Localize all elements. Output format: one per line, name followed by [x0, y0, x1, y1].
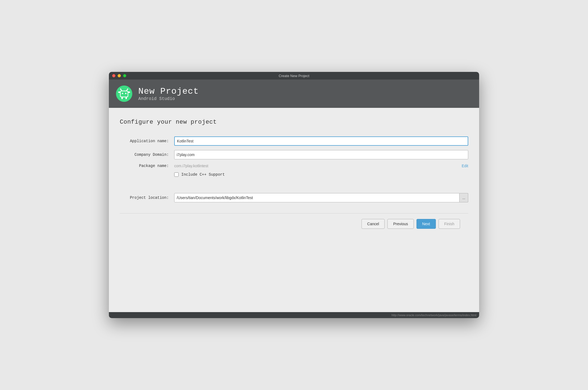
location-input-wrapper: ...	[174, 193, 468, 202]
previous-button[interactable]: Previous	[387, 219, 414, 229]
app-name-row: Application name:	[120, 136, 468, 146]
company-domain-input[interactable]	[174, 150, 468, 159]
svg-point-7	[127, 89, 128, 90]
location-section: Project location: ...	[120, 193, 468, 202]
header-subtitle: Android Studio	[138, 96, 199, 101]
svg-rect-11	[128, 92, 130, 93]
status-bar: http://www.oracle.com/technetwork/java/j…	[109, 312, 479, 318]
header-title: New Project	[138, 86, 199, 96]
window-title: Create New Project	[279, 74, 310, 78]
project-location-input[interactable]	[174, 193, 460, 202]
company-domain-row: Company Domain:	[120, 150, 468, 159]
app-name-label: Application name:	[120, 139, 174, 143]
title-bar: Create New Project	[109, 72, 479, 80]
main-window: Create New Project	[109, 72, 479, 318]
cancel-button[interactable]: Cancel	[362, 219, 385, 229]
content-area: Configure your new project Application n…	[109, 108, 479, 312]
svg-point-0	[116, 86, 132, 102]
minimize-button[interactable]	[118, 74, 121, 77]
form-section: Application name: Company Domain: Packag…	[120, 136, 468, 177]
project-location-row: Project location: ...	[120, 193, 468, 202]
svg-rect-9	[125, 97, 127, 99]
svg-point-5	[120, 89, 121, 90]
project-location-label: Project location:	[120, 196, 174, 200]
cpp-support-checkbox[interactable]	[174, 172, 179, 177]
cpp-support-label[interactable]: Include C++ Support	[181, 172, 225, 177]
package-name-value: com.i7play.kotlintest	[174, 164, 462, 168]
maximize-button[interactable]	[123, 74, 126, 77]
company-domain-label: Company Domain:	[120, 153, 174, 157]
close-button[interactable]	[112, 74, 115, 77]
cpp-support-row: Include C++ Support	[174, 172, 468, 177]
next-button[interactable]: Next	[416, 219, 436, 229]
header-text: New Project Android Studio	[138, 86, 199, 101]
browse-button[interactable]: ...	[460, 193, 468, 202]
section-title: Configure your new project	[120, 119, 468, 126]
traffic-lights	[112, 74, 126, 77]
header: New Project Android Studio	[109, 80, 479, 108]
android-studio-logo-icon	[115, 85, 133, 102]
status-text: http://www.oracle.com/technetwork/java/j…	[391, 313, 476, 317]
footer-buttons: Cancel Previous Next Finish	[120, 213, 468, 234]
finish-button[interactable]: Finish	[439, 219, 460, 229]
edit-package-link[interactable]: Edit	[462, 164, 468, 168]
svg-point-2	[122, 93, 123, 94]
package-name-label: Package name:	[120, 164, 174, 168]
app-name-input[interactable]	[174, 136, 468, 146]
svg-point-3	[125, 93, 127, 94]
svg-rect-8	[121, 97, 123, 99]
package-name-row: Package name: com.i7play.kotlintest Edit	[120, 164, 468, 168]
svg-rect-10	[118, 92, 120, 93]
